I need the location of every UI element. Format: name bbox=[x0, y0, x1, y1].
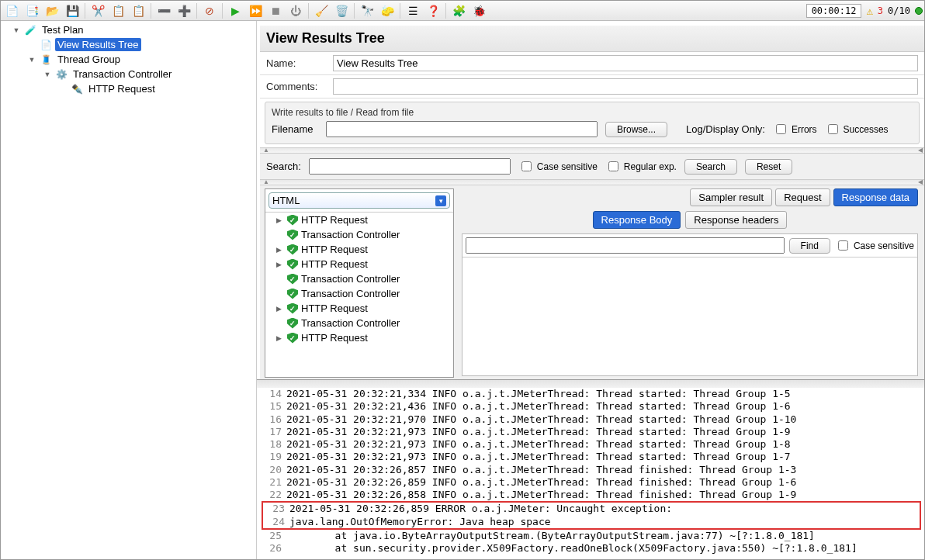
cut-icon[interactable]: ✂️ bbox=[88, 2, 107, 19]
help-icon[interactable]: ❓ bbox=[424, 2, 442, 19]
comments-input[interactable] bbox=[333, 78, 918, 95]
tree-thread-group[interactable]: ▼ 🧵 Thread Group bbox=[1, 52, 256, 67]
name-input[interactable] bbox=[333, 55, 918, 71]
log-line: 162021-05-31 20:32:21,970 INFO o.a.j.t.J… bbox=[262, 413, 924, 426]
new-icon[interactable]: 📄 bbox=[2, 2, 21, 19]
tree-transaction-controller[interactable]: ▼ ⚙️ Transaction Controller bbox=[1, 67, 256, 81]
twisty-icon[interactable]: ▶ bbox=[276, 246, 284, 254]
result-item[interactable]: ▶ ✓ HTTP Request bbox=[265, 257, 453, 271]
stop-icon[interactable]: ⏹ bbox=[266, 2, 285, 19]
result-label: Transaction Controller bbox=[301, 317, 400, 329]
search-label: Search: bbox=[266, 161, 301, 172]
result-item[interactable]: ✓ Transaction Controller bbox=[265, 227, 453, 242]
twisty-icon[interactable]: ▶ bbox=[276, 216, 284, 224]
result-label: HTTP Request bbox=[301, 302, 368, 314]
panel-title: View Results Tree bbox=[260, 26, 924, 52]
success-shield-icon: ✓ bbox=[287, 259, 298, 270]
minus-icon[interactable]: ➖ bbox=[154, 2, 173, 19]
log-splitter-icon[interactable] bbox=[257, 380, 924, 388]
success-shield-icon: ✓ bbox=[287, 215, 298, 226]
filename-input[interactable] bbox=[326, 121, 598, 137]
twisty-icon[interactable]: ▼ bbox=[27, 56, 36, 64]
browse-button[interactable]: Browse... bbox=[605, 122, 667, 137]
shutdown-icon[interactable]: ⏻ bbox=[286, 2, 305, 19]
success-shield-icon: ✓ bbox=[287, 318, 298, 329]
node-icon: 📄 bbox=[40, 39, 52, 51]
result-item[interactable]: ▶ ✓ HTTP Request bbox=[265, 301, 453, 316]
thread-count: 0/10 bbox=[888, 5, 910, 16]
result-item[interactable]: ▶ ✓ HTTP Request bbox=[265, 242, 453, 257]
result-label: HTTP Request bbox=[301, 244, 368, 255]
successes-checkbox[interactable]: Successes bbox=[825, 122, 889, 137]
log-line: 152021-05-31 20:32:21,436 INFO o.a.j.t.J… bbox=[262, 400, 924, 413]
result-item[interactable]: ▶ ✓ HTTP Request bbox=[265, 213, 453, 227]
disable-icon[interactable]: ⊘ bbox=[200, 2, 219, 19]
node-icon: 🧵 bbox=[40, 54, 52, 66]
function-icon[interactable]: ☰ bbox=[404, 2, 422, 19]
heap-icon[interactable]: 🧩 bbox=[449, 2, 468, 19]
find-case-checkbox[interactable]: Case sensitive bbox=[835, 238, 914, 253]
result-item[interactable]: ✓ Transaction Controller bbox=[265, 316, 453, 330]
result-item[interactable]: ✓ Transaction Controller bbox=[265, 286, 453, 301]
result-item[interactable]: ▶ ✓ HTTP Request bbox=[265, 330, 453, 345]
main-toolbar: 📄 📑 📂 💾 ✂️ 📋 📋 ➖ ➕ ⊘ ▶ ⏩ ⏹ ⏻ 🧹 🗑️ 🔭 🧽 ☰ … bbox=[1, 1, 924, 21]
splitter-icon[interactable] bbox=[260, 147, 924, 154]
tab-response-data[interactable]: Response data bbox=[833, 188, 918, 206]
log-panel: 142021-05-31 20:32:21,334 INFO o.a.j.t.J… bbox=[257, 379, 924, 559]
clear-all-icon[interactable]: 🗑️ bbox=[332, 2, 351, 19]
renderer-value: HTML bbox=[272, 195, 300, 206]
search-input[interactable] bbox=[309, 158, 511, 175]
start-nopause-icon[interactable]: ⏩ bbox=[246, 2, 265, 19]
debug-icon[interactable]: 🐞 bbox=[469, 2, 488, 19]
twisty-icon[interactable]: ▶ bbox=[276, 261, 284, 268]
log-line: 212021-05-31 20:32:26,859 INFO o.a.j.t.J… bbox=[262, 476, 924, 489]
paste-icon[interactable]: 📋 bbox=[129, 2, 147, 19]
clear-icon[interactable]: 🧹 bbox=[312, 2, 331, 19]
name-label: Name: bbox=[266, 57, 327, 69]
tab-response-body[interactable]: Response Body bbox=[593, 211, 681, 229]
tree-view-results-tree[interactable]: 📄 View Results Tree bbox=[1, 37, 256, 52]
plus-icon[interactable]: ➕ bbox=[175, 2, 193, 19]
results-list[interactable]: ▶ ✓ HTTP Request ✓ Transaction Controlle… bbox=[265, 212, 453, 377]
tab-sampler-result[interactable]: Sampler result bbox=[690, 188, 772, 206]
templates-icon[interactable]: 📑 bbox=[23, 2, 41, 19]
twisty-icon[interactable]: ▶ bbox=[276, 305, 284, 313]
twisty-icon[interactable]: ▶ bbox=[276, 334, 284, 342]
copy-icon[interactable]: 📋 bbox=[109, 2, 127, 19]
twisty-icon[interactable]: ▼ bbox=[12, 26, 21, 34]
reset-button[interactable]: Reset bbox=[745, 159, 792, 175]
result-item[interactable]: ✓ Transaction Controller bbox=[265, 271, 453, 286]
tab-response-headers[interactable]: Response headers bbox=[685, 211, 787, 229]
find-button[interactable]: Find bbox=[789, 238, 830, 254]
tree-http-request[interactable]: ✒️ HTTP Request bbox=[1, 81, 256, 96]
node-label: View Results Tree bbox=[55, 38, 141, 51]
errors-checkbox[interactable]: Errors bbox=[773, 122, 817, 137]
search-regex-checkbox[interactable]: Regular exp. bbox=[605, 159, 677, 174]
status-dot-icon bbox=[915, 7, 923, 15]
node-label: HTTP Request bbox=[86, 82, 158, 95]
tree-test-plan[interactable]: ▼ 🧪 Test Plan bbox=[1, 22, 256, 37]
node-label: Transaction Controller bbox=[71, 67, 174, 81]
save-icon[interactable]: 💾 bbox=[63, 2, 81, 19]
log-line: 24java.lang.OutOfMemoryError: Java heap … bbox=[265, 516, 918, 528]
log-line: 142021-05-31 20:32:21,334 INFO o.a.j.t.J… bbox=[262, 388, 924, 400]
search-button[interactable]: Search bbox=[684, 159, 737, 175]
success-shield-icon: ✓ bbox=[287, 303, 298, 314]
search-tb-icon[interactable]: 🔭 bbox=[358, 2, 376, 19]
splitter2-icon[interactable] bbox=[260, 179, 924, 185]
search-case-checkbox[interactable]: Case sensitive bbox=[518, 159, 598, 174]
log-lines[interactable]: 142021-05-31 20:32:21,334 INFO o.a.j.t.J… bbox=[257, 388, 924, 559]
success-shield-icon: ✓ bbox=[287, 274, 298, 285]
renderer-select[interactable]: HTML ▾ bbox=[268, 192, 450, 209]
twisty-icon[interactable]: ▼ bbox=[43, 71, 52, 78]
response-body-area bbox=[462, 258, 917, 375]
test-plan-tree[interactable]: ▼ 🧪 Test Plan 📄 View Results Tree▼ 🧵 Thr… bbox=[1, 21, 257, 559]
start-icon[interactable]: ▶ bbox=[226, 2, 244, 19]
broom-icon[interactable]: 🧽 bbox=[378, 2, 397, 19]
node-label: Test Plan bbox=[40, 23, 85, 36]
find-input[interactable] bbox=[466, 237, 785, 254]
tab-request[interactable]: Request bbox=[775, 188, 830, 206]
open-icon[interactable]: 📂 bbox=[43, 2, 61, 19]
logdisplay-label: Log/Display Only: bbox=[686, 123, 765, 135]
warning-icon[interactable]: ⚠ bbox=[866, 5, 872, 17]
